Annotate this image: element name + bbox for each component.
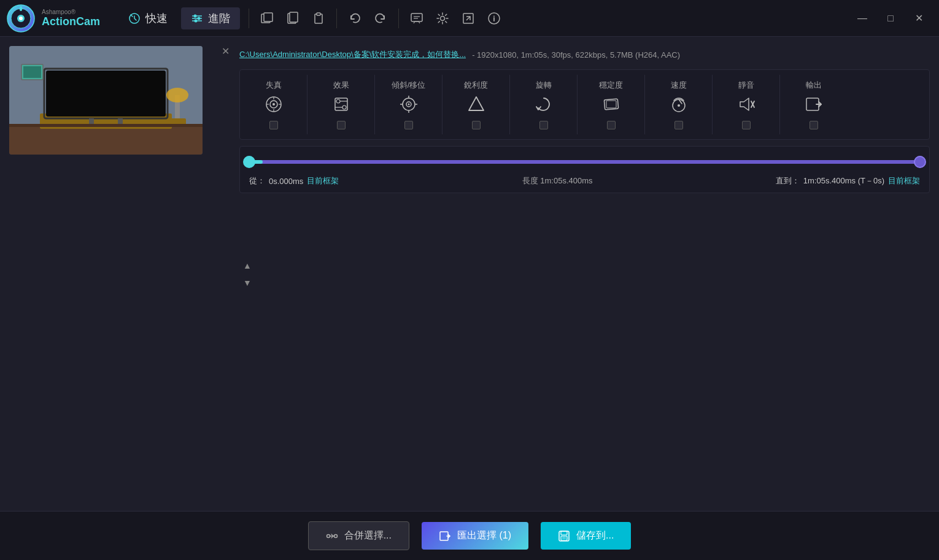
new-window-icon — [260, 12, 274, 25]
timeline-to: 直到： 1m:05s.400ms (T－0s) 目前框架 — [776, 175, 920, 186]
tilt-icon — [399, 94, 419, 117]
undo-btn[interactable] — [343, 7, 366, 30]
quick-nav-btn[interactable]: 快速 — [118, 7, 177, 29]
from-time: 0s.000ms — [269, 177, 303, 186]
effect-tilt-check[interactable] — [404, 121, 413, 129]
effect-output-check[interactable] — [810, 121, 818, 129]
effect-mute-label: 靜音 — [738, 80, 754, 91]
effect-sharpen-label: 銳利度 — [464, 80, 488, 91]
file-info-row: C:\Users\Administrator\Desktop\备案\软件安装完成… — [239, 46, 930, 63]
svg-point-66 — [678, 104, 680, 107]
svg-line-23 — [466, 17, 470, 20]
svg-rect-15 — [290, 12, 298, 22]
settings-btn[interactable] — [431, 7, 454, 30]
sep2 — [336, 9, 337, 28]
save-label: 儲存到... — [576, 529, 614, 542]
maximize-btn[interactable]: □ — [876, 0, 905, 37]
svg-point-3 — [19, 17, 23, 20]
close-panel-btn[interactable]: ✕ — [217, 43, 233, 59]
length-label: 長度 — [522, 176, 541, 185]
new-window-btn[interactable] — [255, 7, 279, 30]
video-preview — [9, 46, 203, 155]
effect-tilt[interactable]: 傾斜/移位 — [375, 75, 442, 134]
merge-icon — [326, 530, 338, 542]
copy-btn[interactable] — [281, 7, 304, 30]
export-selection-btn[interactable]: 匯出選擇 (1) — [422, 522, 528, 550]
save-btn[interactable]: 儲存到... — [541, 522, 631, 550]
distort-icon — [264, 94, 284, 117]
file-meta: - 1920x1080, 1m:05s, 30fps, 622kbps, 5.7… — [472, 50, 680, 59]
timeline-background — [249, 160, 920, 164]
advanced-nav-btn[interactable]: 進階 — [181, 7, 240, 29]
effect-distort-check[interactable] — [269, 121, 278, 129]
svg-point-44 — [272, 103, 275, 105]
merge-btn[interactable]: 合併選擇... — [308, 521, 409, 550]
svg-point-73 — [334, 534, 337, 537]
rotate-icon — [534, 94, 554, 117]
effect-mute[interactable]: 靜音 — [713, 75, 780, 134]
paste-icon — [312, 12, 325, 25]
timeline-handle-right[interactable] — [914, 156, 926, 168]
stabilize-icon — [601, 94, 621, 117]
right-panel: C:\Users\Administrator\Desktop\备案\软件安装完成… — [239, 46, 930, 502]
effects-icon — [331, 94, 351, 117]
timeline-from: 從： 0s.000ms 目前框架 — [249, 175, 339, 186]
effect-stabilize-label: 穩定度 — [599, 80, 623, 91]
svg-rect-17 — [317, 13, 320, 15]
chat-btn[interactable] — [405, 7, 428, 30]
effect-effects[interactable]: 效果 — [307, 75, 375, 134]
effect-output-label: 輸出 — [806, 80, 822, 91]
length-value: 1m:05s.400ms — [540, 176, 592, 185]
svg-point-37 — [166, 88, 188, 102]
effect-sharpen-check[interactable] — [472, 121, 481, 129]
effect-distort-label: 失真 — [266, 80, 282, 91]
panel-nav-arrows: ▲ ▼ — [240, 258, 255, 290]
file-path[interactable]: C:\Users\Administrator\Desktop\备案\软件安装完成… — [239, 49, 466, 60]
effect-speed-label: 速度 — [671, 80, 687, 91]
svg-point-10 — [198, 17, 201, 20]
window-controls: — □ ✕ — [848, 0, 933, 36]
brand-label: Ashampoo® — [42, 9, 100, 15]
copy-icon — [286, 12, 299, 25]
effect-rotate[interactable]: 旋轉 — [510, 75, 578, 134]
svg-rect-63 — [606, 101, 616, 108]
effect-speed-check[interactable] — [674, 121, 683, 129]
paste-btn[interactable] — [307, 7, 330, 30]
effect-output[interactable]: 輸出 — [780, 75, 848, 134]
timeline-handle-left[interactable] — [243, 156, 255, 168]
timeline-track[interactable] — [249, 156, 920, 168]
sharpen-icon — [466, 94, 486, 117]
svg-point-26 — [493, 15, 495, 17]
to-link[interactable]: 目前框架 — [888, 175, 920, 186]
redo-btn[interactable] — [369, 7, 392, 30]
svg-point-21 — [441, 16, 445, 20]
svg-rect-4 — [20, 6, 22, 11]
info-btn[interactable] — [482, 7, 506, 30]
speed-icon — [669, 94, 689, 117]
close-btn[interactable]: ✕ — [905, 0, 933, 37]
effect-stabilize[interactable]: 穩定度 — [578, 75, 645, 134]
svg-rect-28 — [9, 126, 203, 155]
effect-effects-label: 效果 — [333, 80, 349, 91]
from-link[interactable]: 目前框架 — [307, 175, 339, 186]
gear-icon — [436, 12, 449, 25]
effect-effects-check[interactable] — [337, 121, 346, 129]
redo-icon — [374, 12, 387, 25]
svg-rect-41 — [9, 124, 203, 127]
app-logo — [6, 4, 36, 33]
svg-point-60 — [408, 104, 409, 105]
effect-mute-check[interactable] — [742, 121, 751, 129]
effect-rotate-check[interactable] — [539, 121, 548, 129]
nav-down-arrow[interactable]: ▼ — [240, 275, 255, 290]
nav-up-arrow[interactable]: ▲ — [240, 258, 255, 273]
undo-icon — [348, 12, 361, 25]
export-btn[interactable] — [457, 7, 480, 30]
effect-stabilize-check[interactable] — [607, 121, 616, 129]
effect-distort[interactable]: 失真 — [240, 75, 307, 134]
svg-rect-78 — [561, 531, 567, 535]
effect-speed[interactable]: 速度 — [645, 75, 713, 134]
chat-icon — [410, 12, 423, 25]
svg-rect-80 — [562, 537, 566, 539]
minimize-btn[interactable]: — — [848, 0, 876, 37]
effect-sharpen[interactable]: 銳利度 — [442, 75, 510, 134]
